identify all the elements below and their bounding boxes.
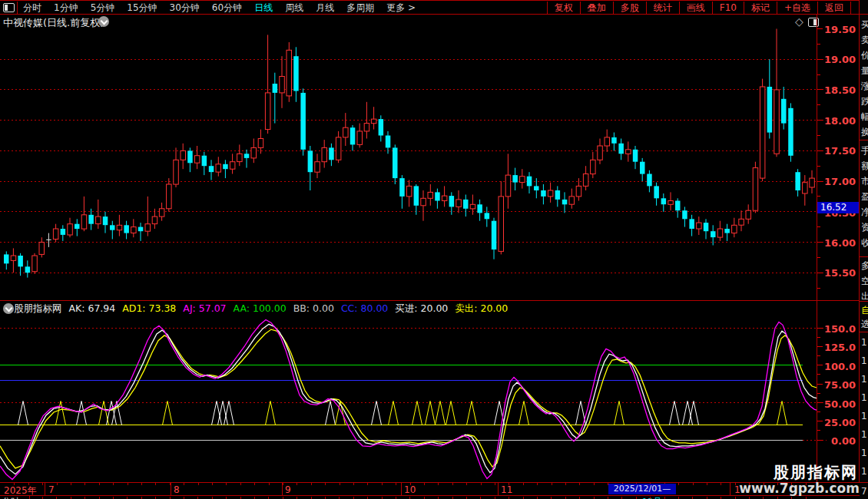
indicator-value: AJ: 57.07 bbox=[183, 302, 226, 315]
indicator-header: 股朋指标网 AK: 67.94AD1: 73.38AJ: 57.07AA: 10… bbox=[2, 302, 508, 315]
current-price-tag: 16.52 bbox=[817, 202, 859, 213]
collapse-indicator-icon[interactable] bbox=[3, 303, 14, 314]
stock-trading-app: 分时1分钟5分钟15分钟30分钟60分钟日线周线月线多周期更多 > 复权叠加多股… bbox=[0, 0, 868, 499]
indicator-name: 股朋指标网 bbox=[14, 302, 62, 315]
indicator-value: AD1: 73.38 bbox=[122, 302, 176, 315]
indicator-value: 卖出: 20.00 bbox=[455, 302, 508, 315]
indicator-value: AK: 67.94 bbox=[69, 302, 116, 315]
candlestick-chart[interactable] bbox=[0, 0, 868, 499]
indicator-value: 买进: 20.00 bbox=[395, 302, 448, 315]
indicator-value: AA: 100.00 bbox=[234, 302, 287, 315]
indicator-value: CC: 80.00 bbox=[341, 302, 388, 315]
indicator-value: BB: 0.00 bbox=[293, 302, 334, 315]
watermark-brand: 股朋指标网 bbox=[774, 462, 858, 483]
indicator-values: AK: 67.94AD1: 73.38AJ: 57.07AA: 100.00BB… bbox=[69, 302, 509, 315]
timeline-selected-date: 2025/12/01— bbox=[608, 484, 676, 494]
watermark-url: www.7gpzb.com bbox=[739, 481, 860, 496]
